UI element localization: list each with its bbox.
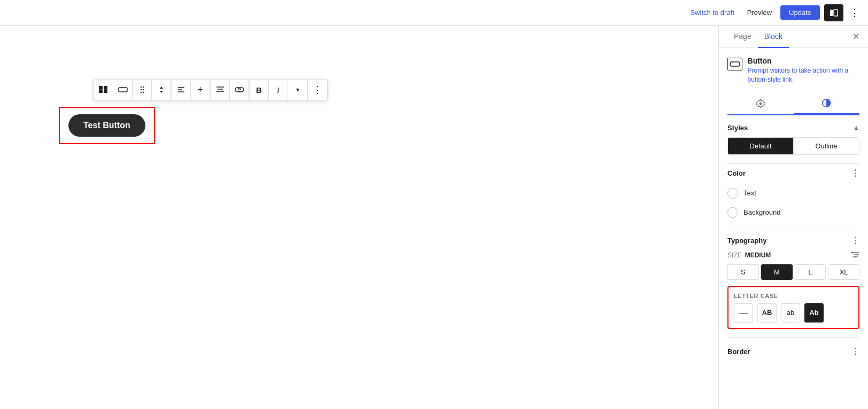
color-more-button[interactable]: ⋮ bbox=[851, 168, 859, 178]
styles-tab[interactable] bbox=[794, 93, 860, 114]
styles-collapse-button[interactable]: ▲ bbox=[853, 124, 859, 131]
sidebar-tabs: Page Block ✕ bbox=[719, 26, 868, 48]
letter-case-uppercase-button[interactable]: AB bbox=[757, 303, 777, 323]
typography-section-title: Typography bbox=[727, 237, 766, 245]
typography-section-header: Typography ⋮ bbox=[727, 235, 859, 246]
toolbar-drag-handle[interactable] bbox=[133, 79, 152, 100]
main-layout: + B I ▾ ⋮ Test Button Page Block bbox=[0, 26, 868, 409]
svg-rect-19 bbox=[730, 62, 740, 66]
toolbar-move-updown-button[interactable] bbox=[152, 79, 171, 100]
settings-tab[interactable] bbox=[727, 93, 794, 114]
svg-rect-0 bbox=[830, 10, 833, 16]
toolbar-options-button[interactable]: ⋮ bbox=[308, 79, 327, 100]
border-section-title: Border bbox=[727, 348, 750, 356]
svg-point-20 bbox=[759, 102, 762, 105]
styles-section: Styles ▲ Default Outline bbox=[727, 124, 859, 155]
letter-case-none-button[interactable]: — bbox=[734, 303, 753, 323]
svg-rect-4 bbox=[99, 90, 103, 93]
toolbar-link-button[interactable] bbox=[230, 79, 249, 100]
block-header: Button Prompt visitors to take action wi… bbox=[727, 57, 859, 84]
svg-rect-6 bbox=[119, 88, 127, 92]
size-label: SIZE bbox=[727, 251, 742, 259]
color-text-radio[interactable] bbox=[727, 188, 738, 199]
toolbar-add-button[interactable]: + bbox=[191, 79, 210, 100]
size-xl-button[interactable]: XL bbox=[828, 264, 859, 280]
color-text-label: Text bbox=[743, 189, 756, 197]
size-m-button[interactable]: M bbox=[761, 264, 793, 280]
switch-to-draft-button[interactable]: Switch to draft bbox=[686, 6, 738, 19]
sidebar: Page Block ✕ Button Prompt visitors to t… bbox=[718, 26, 868, 409]
sidebar-close-button[interactable]: ✕ bbox=[852, 32, 859, 42]
block-header-text: Button Prompt visitors to take action wi… bbox=[748, 57, 859, 84]
topbar: Switch to draft Preview Update ⋮ bbox=[0, 0, 868, 26]
block-toolbar: + B I ▾ ⋮ bbox=[94, 79, 328, 100]
svg-point-11 bbox=[142, 89, 143, 90]
size-controls bbox=[851, 251, 859, 260]
svg-rect-2 bbox=[99, 86, 103, 90]
test-button[interactable]: Test Button bbox=[68, 114, 145, 137]
svg-point-27 bbox=[855, 256, 856, 257]
toolbar-block-type-button[interactable] bbox=[94, 79, 113, 100]
typography-section: Typography ⋮ SIZE MEDIUM S M bbox=[727, 235, 859, 329]
style-outline-button[interactable]: Outline bbox=[794, 138, 859, 154]
color-section-title: Color bbox=[727, 169, 746, 177]
size-s-button[interactable]: S bbox=[727, 264, 759, 280]
border-section: Border ⋮ bbox=[727, 342, 859, 361]
toolbar-more-rich-button[interactable]: ▾ bbox=[288, 79, 307, 100]
svg-rect-5 bbox=[104, 90, 107, 93]
style-buttons: Default Outline bbox=[727, 137, 859, 155]
svg-point-10 bbox=[142, 86, 143, 88]
toolbar-align-left-button[interactable] bbox=[172, 79, 191, 100]
letter-case-lowercase-button[interactable]: ab bbox=[781, 303, 800, 323]
canvas[interactable]: + B I ▾ ⋮ Test Button bbox=[0, 26, 718, 409]
icon-tabs bbox=[727, 93, 859, 115]
letter-case-section: LETTER CASE — AB ab Ab bbox=[727, 286, 859, 329]
color-background-label: Background bbox=[743, 208, 780, 216]
editor-view-button[interactable] bbox=[824, 4, 843, 21]
styles-section-header: Styles ▲ bbox=[727, 124, 859, 132]
block-description: Prompt visitors to take action with a bu… bbox=[748, 66, 859, 84]
block-icon bbox=[727, 58, 742, 70]
divider-2 bbox=[727, 231, 859, 231]
svg-point-12 bbox=[142, 92, 143, 93]
letter-case-label: LETTER CASE bbox=[734, 293, 853, 299]
color-section-header: Color ⋮ bbox=[727, 168, 859, 178]
toolbar-text-align-button[interactable] bbox=[211, 79, 230, 100]
toolbar-italic-button[interactable]: I bbox=[269, 79, 288, 100]
typography-more-button[interactable]: ⋮ bbox=[851, 235, 859, 246]
toolbar-transform-button[interactable] bbox=[113, 79, 133, 100]
size-l-button[interactable]: L bbox=[795, 264, 826, 280]
size-row: SIZE MEDIUM bbox=[727, 251, 859, 260]
preview-button[interactable]: Preview bbox=[743, 6, 776, 19]
svg-point-9 bbox=[140, 92, 141, 93]
divider-3 bbox=[727, 337, 859, 338]
toolbar-bold-button[interactable]: B bbox=[250, 79, 269, 100]
svg-point-7 bbox=[140, 86, 141, 88]
tab-block[interactable]: Block bbox=[758, 26, 789, 48]
color-background-radio[interactable] bbox=[727, 207, 738, 218]
border-section-header: Border ⋮ bbox=[727, 342, 859, 361]
tab-page[interactable]: Page bbox=[727, 26, 758, 48]
letter-case-options: — AB ab Ab bbox=[734, 303, 853, 323]
svg-point-25 bbox=[852, 251, 854, 253]
svg-point-8 bbox=[140, 89, 141, 90]
styles-section-title: Styles bbox=[727, 124, 748, 132]
svg-rect-1 bbox=[834, 10, 838, 16]
svg-rect-3 bbox=[104, 86, 107, 90]
color-background-item: Background bbox=[727, 203, 859, 222]
divider-1 bbox=[727, 163, 859, 164]
color-section: Color ⋮ Text Background bbox=[727, 168, 859, 222]
svg-point-26 bbox=[857, 254, 859, 255]
size-grid: S M L XL bbox=[727, 264, 859, 280]
update-button[interactable]: Update bbox=[780, 5, 820, 20]
topbar-more-button[interactable]: ⋮ bbox=[848, 5, 862, 21]
sidebar-content: Button Prompt visitors to take action wi… bbox=[719, 48, 868, 409]
color-text-item: Text bbox=[727, 184, 859, 203]
letter-case-capitalize-button[interactable]: Ab bbox=[804, 303, 824, 323]
block-title: Button bbox=[748, 57, 859, 65]
size-value: MEDIUM bbox=[745, 251, 771, 259]
button-block-wrapper: Test Button bbox=[59, 107, 155, 144]
style-default-button[interactable]: Default bbox=[728, 138, 794, 154]
size-tune-button[interactable] bbox=[851, 251, 859, 260]
border-more-button[interactable]: ⋮ bbox=[851, 347, 859, 357]
